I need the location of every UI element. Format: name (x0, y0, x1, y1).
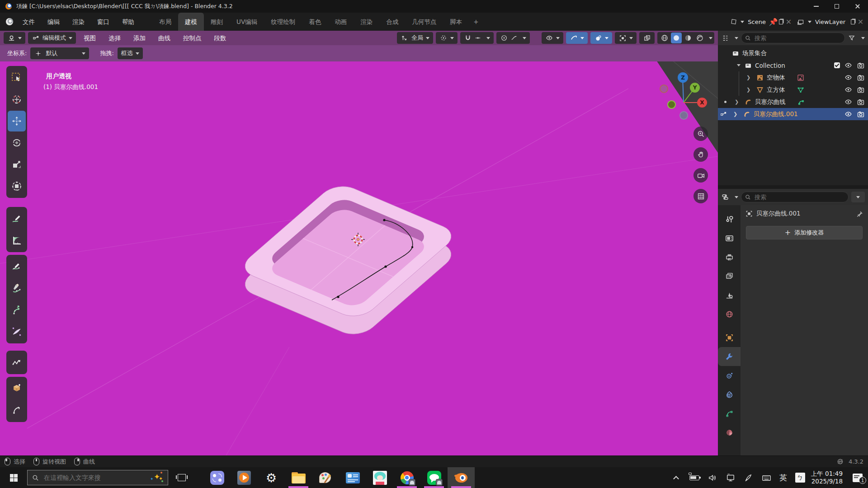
taskbar-app-sync[interactable] (203, 467, 231, 488)
menu-help[interactable]: 帮助 (116, 13, 141, 31)
tray-touch-keyboard-icon[interactable] (758, 467, 776, 488)
disable-render-camera-icon[interactable] (857, 98, 864, 106)
add-workspace-button[interactable]: + (469, 13, 483, 31)
workspace-tab-rendering[interactable]: 渲染 (354, 13, 379, 31)
workspace-tab-compositing[interactable]: 合成 (379, 13, 405, 31)
tool-tilt[interactable] (8, 321, 26, 342)
taskbar-app-line[interactable] (420, 467, 448, 488)
tab-material[interactable] (718, 423, 741, 442)
hide-eye-icon[interactable] (844, 74, 852, 81)
remove-view-layer-icon[interactable]: ✕ (857, 18, 864, 26)
object-visibility-dropdown[interactable] (542, 32, 563, 44)
toggle-xray-button[interactable] (639, 32, 655, 44)
taskbar-app-settings[interactable]: ⚙ (258, 467, 285, 488)
tool-transform[interactable] (8, 176, 26, 197)
maximize-button[interactable] (826, 0, 847, 13)
view-layer-name[interactable]: ViewLayer (815, 19, 845, 25)
taskbar-app-avatar[interactable] (366, 467, 393, 488)
tray-chevron-up-icon[interactable] (667, 467, 685, 488)
workspace-tab-uv-editing[interactable]: UV编辑 (230, 13, 264, 31)
properties-options-button[interactable] (851, 192, 865, 202)
unlink-scene-icon[interactable]: ✕ (785, 18, 793, 26)
scene-name[interactable]: Scene (748, 19, 766, 25)
viewport-menu-add[interactable]: 添加 (128, 32, 151, 44)
workspace-tab-layout[interactable]: 布局 (152, 13, 178, 31)
disable-render-camera-icon[interactable] (857, 61, 864, 69)
outliner-row-cube[interactable]: ❯ 立方体 (718, 84, 868, 96)
tab-scene[interactable] (718, 286, 741, 305)
copy-scene-icon[interactable] (777, 18, 785, 26)
view-layer-icon[interactable] (797, 18, 805, 26)
tray-pen-icon[interactable] (740, 467, 758, 488)
menu-edit[interactable]: 编辑 (41, 13, 66, 31)
disable-render-camera-icon[interactable] (857, 110, 864, 118)
tool-add-primitive[interactable] (8, 378, 26, 399)
tray-notifications[interactable]: 1 (847, 467, 868, 488)
tray-ime-language[interactable]: 英 (776, 467, 791, 488)
expand-chevron-icon[interactable]: ❯ (733, 98, 741, 106)
viewport-menu-select[interactable]: 选择 (104, 32, 126, 44)
outliner-row-bezier-curve-001[interactable]: ❯ 贝塞尔曲线.001 (718, 108, 868, 120)
outliner-row-scene-collection[interactable]: 场景集合 (718, 47, 868, 59)
tool-scale[interactable] (8, 154, 26, 175)
hide-eye-icon[interactable] (844, 61, 852, 69)
tool-annotate[interactable] (8, 208, 26, 229)
minimize-button[interactable] (806, 0, 826, 13)
taskbar-app-system-panel[interactable] (339, 467, 366, 488)
tray-battery-icon[interactable] (685, 467, 703, 488)
tray-network-display-icon[interactable] (722, 467, 740, 488)
expand-chevron-icon[interactable]: ❯ (731, 110, 739, 118)
workspace-tab-shading[interactable]: 着色 (302, 13, 328, 31)
editor-type-button[interactable] (4, 32, 25, 44)
gizmo-axis-y[interactable]: Y (690, 83, 700, 93)
pivot-point-dropdown[interactable] (436, 32, 458, 44)
taskbar-app-media-player[interactable] (231, 467, 258, 488)
workspace-tab-modeling[interactable]: 建模 (178, 13, 204, 31)
outliner-row-collection[interactable]: Collection (718, 59, 868, 71)
tool-slide[interactable] (8, 400, 26, 421)
pin-scene-icon[interactable]: 📌 (769, 18, 777, 26)
menu-window[interactable]: 窗口 (91, 13, 116, 31)
tab-render[interactable] (718, 229, 741, 248)
add-modifier-button[interactable]: + 添加修改器 (746, 226, 863, 239)
outliner-search[interactable] (741, 33, 845, 43)
show-gizmos-toggle[interactable] (566, 32, 588, 44)
expand-chevron-icon[interactable]: ❯ (745, 86, 752, 94)
tab-view-layer[interactable] (718, 267, 741, 286)
task-view-button[interactable] (168, 467, 195, 488)
gizmo-axis-z-neg[interactable] (679, 111, 688, 120)
shading-rendered-button[interactable] (694, 34, 705, 42)
workspace-tab-animation[interactable]: 动画 (328, 13, 354, 31)
gizmo-axis-z[interactable]: Z (678, 72, 688, 83)
tool-rotate[interactable] (8, 132, 26, 153)
menu-render[interactable]: 渲染 (66, 13, 91, 31)
close-button[interactable] (847, 0, 868, 13)
taskbar-search-input[interactable] (43, 474, 146, 482)
gizmo-axis-y-neg[interactable] (667, 100, 676, 109)
outliner-row-bezier-curve[interactable]: ❯ 贝塞尔曲线 (718, 96, 868, 108)
tray-volume-icon[interactable] (703, 467, 722, 488)
properties-editor-icon[interactable] (721, 193, 729, 201)
tool-curve-pen[interactable] (8, 278, 26, 299)
snap-magnet-icon[interactable] (464, 34, 472, 42)
viewport-menu-segments[interactable]: 段数 (209, 32, 231, 44)
properties-search-input[interactable] (754, 193, 844, 201)
workspace-tab-scripting[interactable]: 脚本 (443, 13, 469, 31)
show-overlays-toggle[interactable] (590, 32, 612, 44)
menu-file[interactable]: 文件 (16, 13, 41, 31)
workspace-tab-geometry-nodes[interactable]: 几何节点 (405, 13, 443, 31)
hide-eye-icon[interactable] (844, 86, 852, 94)
expand-chevron-icon[interactable]: ❯ (745, 74, 752, 81)
hide-eye-icon[interactable] (844, 98, 852, 106)
properties-search[interactable] (741, 192, 849, 202)
blender-app-menu-icon[interactable] (5, 18, 14, 26)
disable-render-camera-icon[interactable] (857, 86, 864, 94)
collection-checkbox[interactable] (834, 62, 840, 68)
taskbar-app-file-explorer[interactable] (285, 467, 312, 488)
tab-object[interactable] (718, 328, 741, 347)
tool-randomize[interactable] (8, 352, 26, 373)
coordinate-system-dropdown[interactable]: 默认 (30, 47, 89, 59)
shading-material-button[interactable] (683, 34, 693, 42)
tab-object-data[interactable] (718, 404, 741, 423)
start-button[interactable] (0, 467, 27, 488)
